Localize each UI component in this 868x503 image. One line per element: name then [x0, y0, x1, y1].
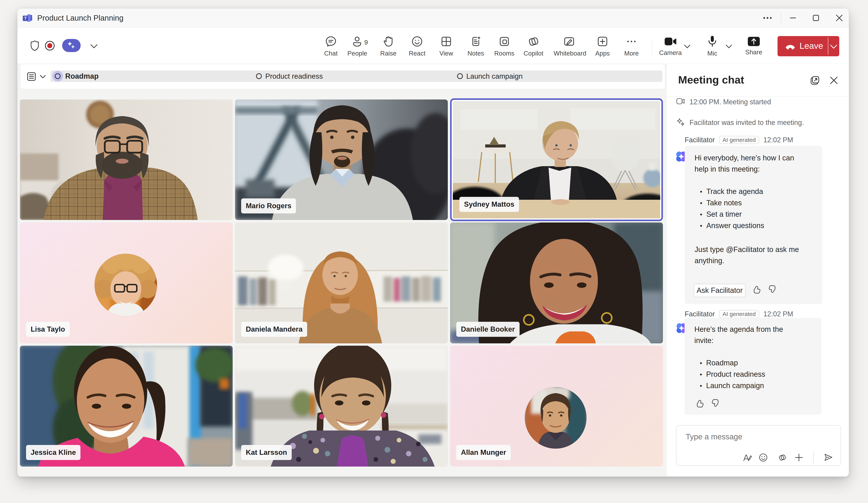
svg-text:T: T	[24, 16, 27, 21]
